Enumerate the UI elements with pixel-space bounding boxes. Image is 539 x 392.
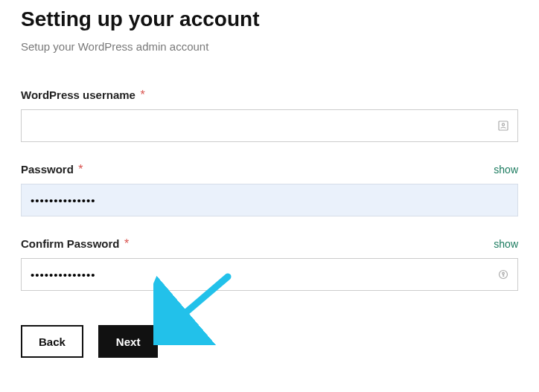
required-marker: * [124,237,129,250]
page-title: Setting up your account [21,7,518,31]
password-field-block: Password * show [21,163,518,216]
back-button[interactable]: Back [21,325,83,358]
required-marker: * [140,89,144,101]
username-input[interactable] [21,109,518,142]
button-row: Back Next [21,325,518,358]
key-icon [497,269,509,280]
confirm-password-label: Confirm Password [21,237,120,250]
confirm-password-field-block: Confirm Password * show [21,237,518,291]
next-button[interactable]: Next [98,325,159,358]
contact-card-icon [497,120,509,132]
confirm-password-show-toggle[interactable]: show [494,238,518,250]
page-subtitle: Setup your WordPress admin account [21,40,518,53]
username-label: WordPress username [21,89,135,101]
password-label: Password [21,163,74,176]
account-setup-form: Setting up your account Setup your WordP… [0,0,539,358]
confirm-password-input[interactable] [21,258,518,291]
username-field-block: WordPress username * [21,89,518,142]
svg-point-3 [503,272,505,274]
required-marker: * [78,163,83,176]
password-show-toggle[interactable]: show [494,164,518,176]
svg-point-1 [502,123,504,126]
password-input[interactable] [21,184,518,216]
